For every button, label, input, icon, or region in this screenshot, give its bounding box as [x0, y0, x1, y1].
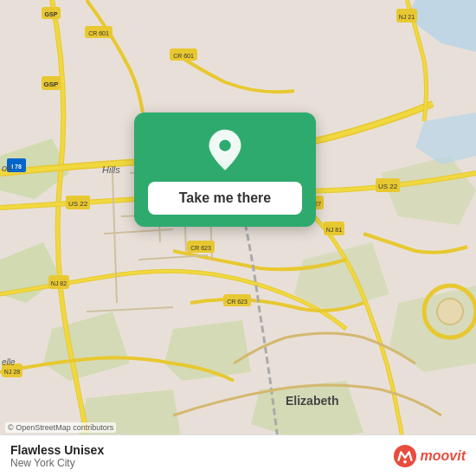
osm-attribution: © OpenStreetMap contributors	[5, 422, 116, 433]
svg-text:Hills: Hills	[102, 164, 120, 175]
svg-text:CR 601: CR 601	[173, 53, 194, 59]
map-background: GSP GSP CR 601 CR 601 I 78 I 79 US 22 US…	[0, 0, 476, 476]
svg-text:CR 623: CR 623	[190, 245, 211, 251]
location-city: New York City	[10, 457, 104, 469]
svg-text:NJ 21: NJ 21	[399, 14, 415, 20]
moovit-brand-text: moovit	[421, 448, 466, 464]
location-name: Flawless Unisex	[10, 443, 104, 457]
svg-text:I 78: I 78	[11, 164, 22, 170]
location-info: Flawless Unisex New York City	[10, 443, 104, 469]
location-pin-icon	[203, 128, 248, 173]
svg-point-55	[437, 299, 463, 325]
take-me-there-button[interactable]: Take me there	[148, 182, 302, 215]
bottom-bar: Flawless Unisex New York City moovit	[0, 434, 476, 476]
svg-text:NJ 82: NJ 82	[51, 280, 67, 286]
svg-text:CR 601: CR 601	[88, 30, 109, 36]
moovit-logo: moovit	[393, 444, 466, 468]
svg-text:on: on	[2, 163, 12, 173]
svg-text:CR 623: CR 623	[227, 299, 248, 305]
map-container: GSP GSP CR 601 CR 601 I 78 I 79 US 22 US…	[0, 0, 476, 476]
svg-text:US 22: US 22	[378, 183, 398, 190]
svg-rect-0	[0, 0, 476, 476]
svg-text:Elizabeth: Elizabeth	[286, 394, 338, 408]
svg-text:NJ 81: NJ 81	[326, 227, 342, 233]
svg-text:elle: elle	[2, 357, 16, 367]
svg-text:GSP: GSP	[45, 11, 58, 17]
popup-card: Take me there	[134, 113, 316, 227]
moovit-brand-icon	[393, 444, 417, 468]
svg-text:NJ 28: NJ 28	[4, 369, 20, 375]
svg-point-60	[219, 139, 230, 151]
svg-text:US 22: US 22	[68, 200, 88, 208]
svg-point-62	[403, 460, 407, 463]
svg-text:GSP: GSP	[44, 80, 60, 88]
